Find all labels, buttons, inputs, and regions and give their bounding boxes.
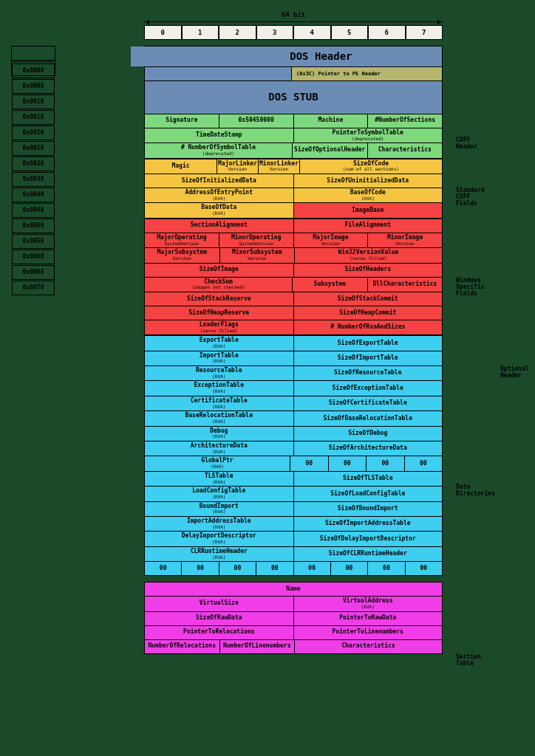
byte-col: 4 xyxy=(293,25,331,40)
field-cell: SizeOfUninitializedData xyxy=(293,174,443,188)
field-cell: 00 xyxy=(256,562,293,575)
field-cell: SizeOfExportTable xyxy=(293,336,443,350)
region-label: StandardCOFFFields xyxy=(456,187,485,207)
byte-col: 5 xyxy=(331,25,369,40)
field-cell: # NumberOfSymbolTable(deprecated) xyxy=(144,143,292,157)
field-cell: CheckSum(images not checked) xyxy=(144,278,292,292)
field-cell: MajorSubsystemVersion xyxy=(144,248,219,262)
byte-col: 0 xyxy=(144,25,182,40)
field-cell: CertificateTable(RVA) xyxy=(144,396,293,410)
field-cell: SizeOfResourceTable xyxy=(293,366,443,380)
dos-stub: DOS STUB xyxy=(144,81,443,113)
field-cell: 00 xyxy=(366,456,404,470)
field-cell: SizeOfImage xyxy=(144,264,293,277)
field-cell: # NumberOfRvaAndSizes xyxy=(293,320,443,334)
field-cell: PointerToRelocations xyxy=(144,626,293,639)
field-cell: Machine xyxy=(293,114,368,128)
field-cell: #NumberOfSections xyxy=(367,114,443,128)
offset-cell: 0x0000 xyxy=(12,63,55,78)
field-cell: 00 xyxy=(290,456,328,470)
offset-cell: 0x0010 xyxy=(12,94,55,109)
field-cell: Signature xyxy=(144,114,219,128)
dos-header: DOS Header xyxy=(131,47,443,66)
field-cell: BaseRelocationTable(RVA) xyxy=(144,411,293,425)
field-cell: PointerToLinenumbers xyxy=(293,626,443,639)
field-cell: ArchitectureData(RVA) xyxy=(144,441,293,456)
field-cell: 00 xyxy=(328,456,367,470)
region-label: DataDirectories xyxy=(456,484,495,497)
field-cell: AddressOfEntryPoint(RVA) xyxy=(144,188,293,202)
field-cell: Magic xyxy=(144,159,217,173)
field-cell: 00 xyxy=(367,562,404,575)
region-label: WindowsSpecificFields xyxy=(456,277,485,297)
field-cell: DelayImportDescriptor(RVA) xyxy=(144,532,293,546)
field-cell: 00 xyxy=(144,562,181,575)
field-cell: NumberOfRelocations xyxy=(144,640,219,653)
field-cell: SizeOfDebug xyxy=(293,427,443,441)
field-cell: Characteristics xyxy=(367,143,443,157)
field-cell: ImportAddressTable(RVA) xyxy=(144,517,293,531)
field-cell: MajorLinkerVersion xyxy=(217,159,258,173)
field-cell: SizeOfStackReserve xyxy=(144,292,293,306)
field-cell: 00 xyxy=(405,562,443,575)
field-cell: Win32VersionValue(zeros filled) xyxy=(294,248,443,262)
region-label: COFFHeader xyxy=(456,137,477,150)
field-cell: SizeOfCLRRuntimeHeader xyxy=(293,547,443,561)
field-cell: PointerToRawData xyxy=(293,612,443,625)
field-cell: TLSTable(RVA) xyxy=(144,472,293,486)
field-cell: SizeOfHeapReserve xyxy=(144,306,293,320)
offset-cell: 0x0060 xyxy=(12,250,55,264)
field-cell: SizeOfImportTable xyxy=(293,351,443,365)
byte-col: 1 xyxy=(182,25,219,40)
field-cell: 00 xyxy=(404,456,443,470)
field-cell: VirtualAddress(RVA) xyxy=(293,597,443,611)
field-cell: MinorLinkerVersion xyxy=(258,159,299,173)
field-cell: SizeOfImportAddressTable xyxy=(293,517,443,531)
field-cell: SizeOfLoadConfigTable xyxy=(293,487,443,501)
field-cell: ExceptionTable(RVA) xyxy=(144,381,293,395)
field-cell: BoundImport(RVA) xyxy=(144,502,293,516)
field-cell: SizeOfInitializedData xyxy=(144,174,293,188)
offset-cell: 0x0048 xyxy=(12,203,55,218)
field-cell: GlobalPtr(RVA) xyxy=(144,456,290,470)
offset-cell: 0x0038 xyxy=(12,172,55,187)
field-cell: BaseOfCode(RVA) xyxy=(293,188,443,202)
offset-cell: 0x0008 xyxy=(12,79,55,94)
field-cell: 00 xyxy=(219,562,256,575)
field-cell: MajorImageVersion xyxy=(293,233,368,247)
pe-pointer: (0x3C) Pointer to PE Header xyxy=(291,67,443,80)
field-cell: Subsystem xyxy=(292,278,367,292)
field-cell: SizeOfCode(sum of all sections) xyxy=(299,159,443,173)
offset-cell: 0x0040 xyxy=(12,188,55,202)
field-cell: LoadConfigTable(RVA) xyxy=(144,487,293,501)
byte-header-row: 01234567 xyxy=(144,25,443,40)
field-cell: 00 xyxy=(293,562,330,575)
field-cell: MajorOperatingSystemVersion xyxy=(144,233,219,247)
field-cell: 00 xyxy=(330,562,367,575)
offset-column: 0x00000x00080x00100x00180x00200x00280x00… xyxy=(11,46,55,654)
field-cell: TimeDateStamp xyxy=(144,128,293,142)
field-cell: ExportTable(RVA) xyxy=(144,336,293,350)
field-cell: SizeOfRawData xyxy=(144,612,293,625)
offset-cell: 0x0070 xyxy=(12,281,55,295)
field-cell: MinorImageVersion xyxy=(367,233,443,247)
field-cell: NumberOfLinenumbers xyxy=(219,640,295,653)
byte-col: 2 xyxy=(219,25,256,40)
byte-col: 7 xyxy=(406,25,443,40)
field-cell: ImageBase xyxy=(293,203,443,217)
field-cell: SizeOfBoundImport xyxy=(293,502,443,516)
offset-cell: 0x0050 xyxy=(12,219,55,233)
field-cell: 00 xyxy=(181,562,218,575)
field-cell: SizeOfBaseRelocationTable xyxy=(293,411,443,425)
offset-cell: 0x0028 xyxy=(12,141,55,156)
field-cell: SizeOfOptionalHeader xyxy=(292,143,367,157)
field-cell: SizeOfArchitectureData xyxy=(293,441,443,456)
field-cell: SizeOfHeaders xyxy=(293,264,443,277)
offset-cell: 0x0058 xyxy=(12,234,55,249)
field-cell: Debug(RVA) xyxy=(144,427,293,441)
offset-cell: 0x0018 xyxy=(12,110,55,125)
byte-col: 3 xyxy=(256,25,294,40)
field-cell: FileAlignment xyxy=(293,219,443,233)
field-cell: SectionAlignment xyxy=(144,219,293,233)
field-cell: ImportTable(RVA) xyxy=(144,351,293,365)
